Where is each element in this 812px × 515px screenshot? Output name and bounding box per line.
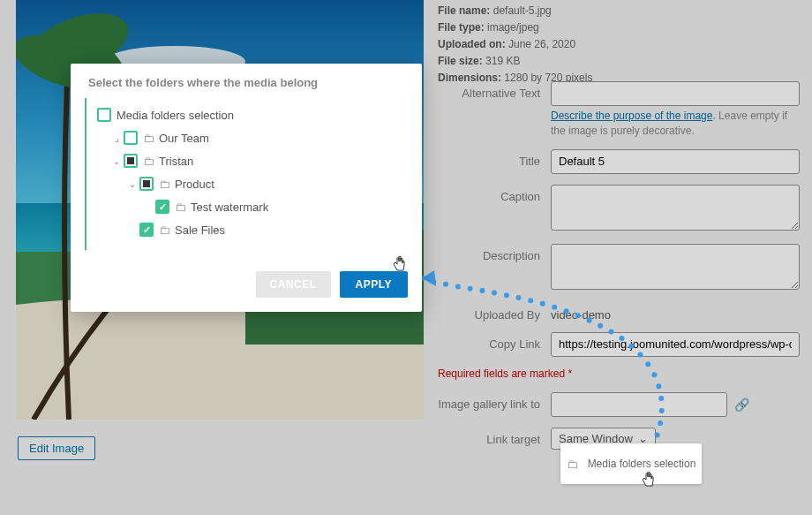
folder-select-modal: Select the folders where the media belon… (71, 64, 422, 312)
cancel-button[interactable]: CANCEL (256, 271, 331, 298)
folder-icon: 🗀 (143, 155, 154, 168)
tree-label-test-watermark: Test watermark (191, 201, 268, 214)
checkbox-root[interactable] (97, 108, 111, 122)
checkbox-tristan[interactable] (124, 154, 138, 168)
tree-root-label: Media folders selection (117, 109, 234, 122)
folder-icon: 🗀 (159, 178, 170, 191)
modal-title: Select the folders where the media belon… (71, 64, 422, 98)
checkbox-our-team[interactable] (124, 131, 138, 145)
apply-button[interactable]: APPLY (340, 271, 408, 298)
tree-node-tristan[interactable]: ⌄ 🗀 Tristan (106, 149, 408, 172)
expand-icon[interactable]: ⌄ (127, 179, 138, 189)
folder-tree: Media folders selection ⌟ 🗀 Our Team ⌄ 🗀… (85, 98, 408, 250)
media-folders-badge[interactable]: 🗀 Media folders selection (560, 443, 702, 484)
tree-node-product[interactable]: ⌄ 🗀 Product (122, 172, 408, 195)
media-folders-badge-label: Media folders selection (588, 458, 696, 470)
tree-root[interactable]: Media folders selection (90, 103, 408, 126)
folder-icon: 🗀 (175, 201, 186, 214)
collapse-icon[interactable]: ⌟ (111, 133, 122, 143)
checkbox-sale-files[interactable] (139, 223, 154, 237)
expand-icon[interactable]: ⌄ (111, 156, 122, 166)
tree-node-test-watermark[interactable]: ⌄ 🗀 Test watermark (138, 195, 408, 218)
checkbox-product[interactable] (139, 177, 154, 191)
tree-label-sale-files: Sale Files (175, 223, 225, 237)
tree-node-our-team[interactable]: ⌟ 🗀 Our Team (106, 126, 408, 149)
folder-icon: 🗀 (159, 223, 170, 237)
tree-label-product: Product (175, 178, 214, 191)
tree-node-sale-files[interactable]: ⌄ 🗀 Sale Files (122, 218, 408, 241)
tree-label-tristan: Tristan (159, 155, 193, 168)
checkbox-test-watermark[interactable] (155, 200, 169, 214)
tree-label-our-team: Our Team (159, 132, 209, 145)
folder-icon: 🗀 (143, 132, 154, 145)
folder-icon: 🗀 (567, 458, 578, 471)
